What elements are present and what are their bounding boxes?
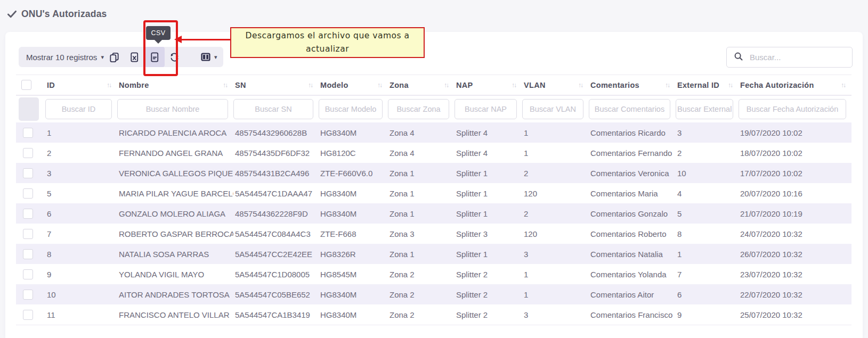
column-header-zona[interactable]: Zona↑↓ xyxy=(388,75,455,96)
cell-nombre: NATALIA SOSA PARRAS xyxy=(117,244,233,264)
page-title-text: ONU's Autorizadas xyxy=(21,9,107,20)
row-checkbox[interactable] xyxy=(23,269,33,279)
column-header-vlan[interactable]: VLAN↑↓ xyxy=(522,75,589,96)
sort-icon: ↑↓ xyxy=(444,81,448,89)
row-checkbox[interactable] xyxy=(23,229,33,239)
filter-input-comentarios[interactable] xyxy=(589,99,670,119)
row-checkbox[interactable] xyxy=(23,290,33,300)
row-checkbox[interactable] xyxy=(23,188,33,199)
cell-vlan: 1 xyxy=(522,284,589,304)
table-row: 8NATALIA SOSA PARRAS5A544547CC2E42EEHG83… xyxy=(16,244,851,264)
cell-zona: Zona 2 xyxy=(388,304,455,325)
column-label: VLAN xyxy=(524,81,546,89)
cell-zona: Zona 1 xyxy=(388,203,455,224)
filter-blank xyxy=(19,97,39,121)
column-header-comentarios[interactable]: Comentarios↑↓ xyxy=(589,75,676,96)
row-select-cell xyxy=(16,203,45,224)
table-row: 6GONZALO MOLERO ALIAGA4857544362228F9DHG… xyxy=(16,203,851,224)
chevron-down-icon: ▾ xyxy=(214,54,217,60)
sort-icon: ↑↓ xyxy=(223,81,227,89)
cell-sn: 5A544547C05BE652 xyxy=(233,284,319,304)
row-select-cell xyxy=(16,284,45,304)
cell-nombre: ROBERTO GASPAR BERROCAL xyxy=(117,224,233,244)
column-header-external_id[interactable]: External ID↑↓ xyxy=(676,75,739,96)
column-header-id[interactable]: ID↑↓ xyxy=(45,75,117,96)
copy-button[interactable] xyxy=(104,47,124,67)
cell-id: 5 xyxy=(45,183,117,203)
cell-fecha: 17/07/2020 10:02 xyxy=(739,163,851,183)
table-row: 11FRANCISCO ANTELO VILLAR5A544547CA1B341… xyxy=(16,304,851,325)
cell-zona: Zona 1 xyxy=(388,244,455,264)
cell-nap: Splitter 2 xyxy=(455,304,522,325)
column-visibility-button[interactable]: ▾ xyxy=(194,47,223,67)
csv-tooltip: CSV xyxy=(146,26,171,40)
cell-sn: 5A544547C084A4C3 xyxy=(233,224,319,244)
cell-nombre: FRANCISCO ANTELO VILLAR xyxy=(117,304,233,325)
page-length-dropdown[interactable]: Mostrar 10 registros ▾ xyxy=(19,53,104,62)
annotation-note: Descargamos el archivo que vamos a actua… xyxy=(230,27,425,58)
column-header-nombre[interactable]: Nombre↑↓ xyxy=(117,75,233,96)
row-checkbox[interactable] xyxy=(23,249,33,259)
cell-comentarios: Comentarios Fernando xyxy=(589,143,676,163)
filter-input-nap[interactable] xyxy=(455,99,517,119)
filter-input-fecha[interactable] xyxy=(739,99,846,119)
cell-sn: 485754431B2CA496 xyxy=(233,163,319,183)
select-all-checkbox[interactable] xyxy=(21,80,31,90)
csv-export-button[interactable] xyxy=(144,47,165,67)
cell-zona: Zona 2 xyxy=(388,284,455,304)
column-label: Modelo xyxy=(320,81,348,89)
cell-id: 8 xyxy=(45,244,117,264)
page-length-label: Mostrar 10 registros xyxy=(26,53,97,62)
table-row: 9YOLANDA VIGIL MAYO5A544547C1D08005HG854… xyxy=(16,264,851,284)
reload-button[interactable] xyxy=(165,47,185,67)
cell-nombre: FERNANDO ANGEL GRANA xyxy=(117,143,233,163)
row-checkbox[interactable] xyxy=(23,128,33,138)
filter-input-modelo[interactable] xyxy=(319,99,383,119)
cell-nombre: AITOR ANDRADES TORTOSA xyxy=(117,284,233,304)
cell-external_id: 3 xyxy=(676,122,739,143)
cell-comentarios: Comentarios Yolanda xyxy=(589,264,676,284)
cell-vlan: 120 xyxy=(522,183,589,203)
column-header-select xyxy=(16,75,45,96)
filter-input-sn[interactable] xyxy=(233,99,313,119)
row-select-cell xyxy=(16,244,45,264)
column-header-sn[interactable]: SN↑↓ xyxy=(233,75,319,96)
row-checkbox[interactable] xyxy=(23,148,33,158)
filter-input-external_id[interactable] xyxy=(676,99,733,119)
column-header-fecha[interactable]: Fecha Autorización↑↓ xyxy=(739,75,851,96)
cell-comentarios: Comentarios Francisco xyxy=(589,304,676,325)
cell-modelo: HG8340M xyxy=(319,284,388,304)
cell-nombre: GONZALO MOLERO ALIAGA xyxy=(117,203,233,224)
copy-icon xyxy=(109,52,120,63)
filter-input-vlan[interactable] xyxy=(522,99,583,119)
row-select-cell xyxy=(16,183,45,203)
sort-icon: ↑↓ xyxy=(512,81,516,89)
column-header-modelo[interactable]: Modelo↑↓ xyxy=(319,75,388,96)
cell-comentarios: Comentarios Ricardo xyxy=(589,122,676,143)
filter-cell-nombre xyxy=(117,95,233,122)
table-toolbar: Mostrar 10 registros ▾ ▾ xyxy=(19,47,223,67)
cell-zona: Zona 1 xyxy=(388,163,455,183)
excel-export-button[interactable] xyxy=(124,47,144,67)
filter-input-id[interactable] xyxy=(45,99,112,119)
row-checkbox[interactable] xyxy=(23,168,33,178)
column-header-nap[interactable]: NAP↑↓ xyxy=(455,75,522,96)
filter-input-zona[interactable] xyxy=(388,99,449,119)
filter-cell-fecha xyxy=(739,95,851,122)
cell-vlan: 2 xyxy=(522,163,589,183)
cell-comentarios: Comentarios Veronica xyxy=(589,163,676,183)
cell-id: 1 xyxy=(45,122,117,143)
row-checkbox[interactable] xyxy=(23,310,33,320)
filter-cell-modelo xyxy=(319,95,388,122)
table-row: 5MARIA PILAR YAGUE BARCELO5A544547C1DAAA… xyxy=(16,183,851,203)
row-select-cell xyxy=(16,122,45,143)
cell-zona: Zona 4 xyxy=(388,122,455,143)
cell-nombre: MARIA PILAR YAGUE BARCELO xyxy=(117,183,233,203)
cell-fecha: 22/07/2020 10:32 xyxy=(739,284,851,304)
filter-input-nombre[interactable] xyxy=(117,99,228,119)
cell-fecha: 25/07/2020 10:32 xyxy=(739,304,851,325)
cell-external_id: 5 xyxy=(676,203,739,224)
search-input[interactable] xyxy=(749,52,852,62)
row-checkbox[interactable] xyxy=(23,209,33,219)
chevron-down-icon: ▾ xyxy=(101,54,104,60)
